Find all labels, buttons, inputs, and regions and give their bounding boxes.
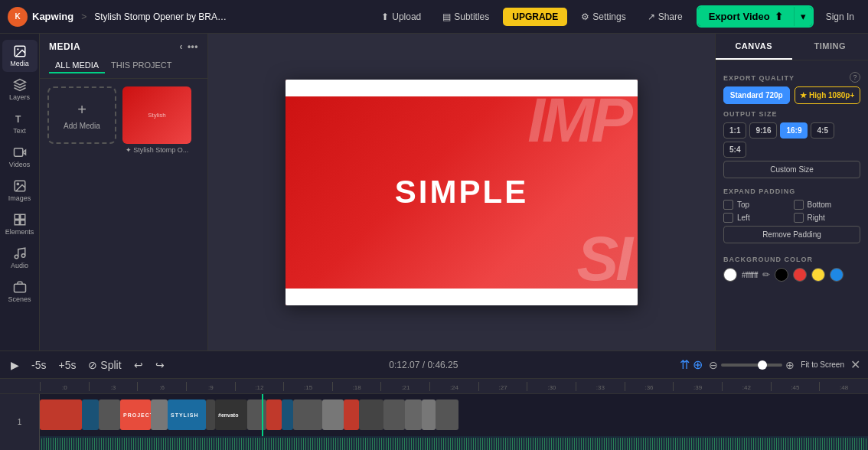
track-clip[interactable] <box>266 399 282 430</box>
project-title[interactable]: Stylish Stomp Opener by BRAXXU ... <box>94 11 232 22</box>
expand-bottom[interactable]: Bottom <box>794 200 861 210</box>
help-icon[interactable]: ? <box>850 72 860 83</box>
zoom-slider[interactable] <box>721 364 782 367</box>
sidebar-item-media[interactable]: Media <box>2 40 38 72</box>
upload-button[interactable]: ⬆ Upload <box>374 8 429 26</box>
expand-top[interactable]: Top <box>723 200 791 210</box>
track-content[interactable]: PROJECT STYLISH #envato <box>40 394 868 450</box>
track-clip[interactable] <box>322 399 344 430</box>
plus5-button[interactable]: +5s <box>55 357 79 373</box>
track-clip[interactable] <box>436 399 458 430</box>
size-54-button[interactable]: 5:4 <box>723 142 746 158</box>
expand-left[interactable]: Left <box>723 213 791 223</box>
track-clip[interactable] <box>151 399 168 430</box>
size-45-button[interactable]: 4:5 <box>811 122 834 139</box>
expand-right-checkbox[interactable] <box>794 213 804 223</box>
svg-rect-11 <box>20 220 24 225</box>
split-button[interactable]: ⊘ Split <box>85 357 124 373</box>
add-media-button[interactable]: + Add Media <box>47 86 116 144</box>
expand-bottom-checkbox[interactable] <box>794 200 804 210</box>
media-thumbnail[interactable]: Stylish ✦ Stylish Stomp O... <box>122 86 191 343</box>
quality-high-button[interactable]: ★ High 1080p+ <box>795 86 861 104</box>
ruler-mark: :15 <box>283 382 332 391</box>
media-close-icon[interactable]: ‹ <box>179 41 183 52</box>
brand-name: Kapwing <box>32 11 73 22</box>
tab-canvas[interactable]: CANVAS <box>716 34 792 60</box>
track-clip[interactable] <box>359 399 383 430</box>
tab-this-project[interactable]: THIS PROJECT <box>105 58 178 73</box>
left-sidebar: Media Layers T Text Videos Images Elemen… <box>0 34 40 351</box>
ruler-mark: :48 <box>819 382 868 391</box>
minus5-button[interactable]: -5s <box>28 357 49 373</box>
track-clip[interactable]: STYLISH <box>168 399 206 430</box>
sidebar-item-audio[interactable]: Audio <box>2 242 38 274</box>
split-marker-icon[interactable]: ⊕ <box>693 357 703 372</box>
share-button[interactable]: ↗ Share <box>640 8 690 26</box>
svg-point-7 <box>17 183 18 184</box>
undo-button[interactable]: ↩ <box>131 357 146 373</box>
subtitles-button[interactable]: ▤ Subtitles <box>435 8 497 26</box>
svg-point-1 <box>17 48 18 50</box>
sidebar-item-text[interactable]: T Text <box>2 107 38 139</box>
marker-icon[interactable]: ⇈ <box>680 357 690 372</box>
timeline: ▶ -5s +5s ⊘ Split ↩ ↪ 0:12.07 / 0:46.25 … <box>0 351 868 450</box>
quality-standard-button[interactable]: Standard 720p <box>723 86 790 104</box>
color-swatch-red[interactable] <box>793 268 807 282</box>
size-11-button[interactable]: 1:1 <box>723 122 746 139</box>
expand-left-checkbox[interactable] <box>723 213 733 223</box>
remove-padding-button[interactable]: Remove Padding <box>723 226 860 243</box>
sidebar-item-elements[interactable]: Elements <box>2 208 38 240</box>
sidebar-item-layers[interactable]: Layers <box>2 73 38 106</box>
track-clip[interactable]: PROJECT <box>120 399 151 430</box>
tab-timing[interactable]: TIMING <box>792 34 869 60</box>
export-button[interactable]: Export Video ⬆ <box>698 7 794 26</box>
ruler-mark: :24 <box>429 382 478 391</box>
right-panel-tabs: CANVAS TIMING <box>716 34 868 60</box>
track-clip[interactable] <box>206 399 215 430</box>
pencil-icon[interactable]: ✏ <box>762 269 770 280</box>
track-clip[interactable] <box>383 399 405 430</box>
ruler-mark: :45 <box>771 382 820 391</box>
track-clip[interactable] <box>293 399 322 430</box>
expand-right[interactable]: Right <box>794 213 861 223</box>
sidebar-item-videos[interactable]: Videos <box>2 141 38 173</box>
size-916-button[interactable]: 9:16 <box>749 122 777 139</box>
sidebar-item-scenes[interactable]: Scenes <box>2 276 38 308</box>
track-clip[interactable] <box>40 399 82 430</box>
zoom-row: ⊖ ⊕ <box>709 359 795 371</box>
color-swatch-black[interactable] <box>775 268 788 282</box>
close-timeline-button[interactable]: ✕ <box>850 357 860 372</box>
signin-button[interactable]: Sign In <box>820 8 860 26</box>
elements-icon <box>13 213 27 227</box>
track-clip[interactable] <box>282 399 293 430</box>
custom-size-button[interactable]: Custom Size <box>723 161 860 178</box>
app-logo[interactable]: K Kapwing <box>8 7 73 27</box>
zoom-in-button[interactable]: ⊕ <box>785 359 795 371</box>
sidebar-item-images[interactable]: Images <box>2 174 38 207</box>
tab-all-media[interactable]: ALL MEDIA <box>49 58 105 73</box>
ruler-mark: :18 <box>332 382 381 391</box>
track-clip[interactable] <box>99 399 120 430</box>
preview-inner: IMP SI SIMPLE <box>286 80 638 305</box>
track-clip[interactable] <box>405 399 422 430</box>
color-swatch-yellow[interactable] <box>811 268 825 282</box>
size-169-button[interactable]: 16:9 <box>780 122 808 139</box>
current-time-display: 0:12.07 / 0:46.25 <box>389 360 458 370</box>
track-clip[interactable] <box>82 399 99 430</box>
svg-rect-14 <box>14 284 25 292</box>
color-swatch-blue[interactable] <box>830 268 844 282</box>
play-button[interactable]: ▶ <box>8 357 22 373</box>
track-clip[interactable] <box>247 399 266 430</box>
track-clip[interactable] <box>344 399 359 430</box>
color-swatch-white[interactable] <box>723 268 737 282</box>
upgrade-button[interactable]: UPGRADE <box>503 8 567 26</box>
track-clip[interactable]: #envato <box>215 399 247 430</box>
redo-button[interactable]: ↪ <box>152 357 168 373</box>
settings-button[interactable]: ⚙ Settings <box>573 8 633 26</box>
expand-top-checkbox[interactable] <box>723 200 733 210</box>
export-dropdown-button[interactable]: ▾ <box>794 7 812 26</box>
track-clip[interactable] <box>422 399 436 430</box>
fit-screen-button[interactable]: Fit to Screen <box>801 360 844 369</box>
media-more-icon[interactable]: ••• <box>188 41 198 52</box>
zoom-out-button[interactable]: ⊖ <box>709 359 718 371</box>
